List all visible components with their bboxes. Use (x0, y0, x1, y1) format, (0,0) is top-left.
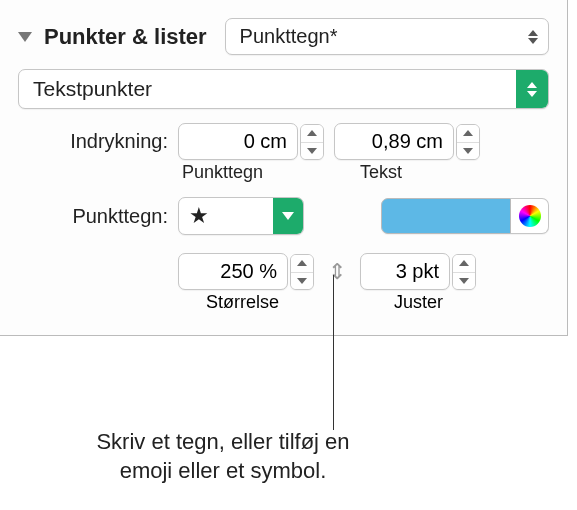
size-field[interactable]: 250 % (178, 253, 288, 290)
panel-title: Punkter & lister (44, 24, 207, 50)
indent-label: Indrykning: (18, 130, 168, 153)
stepper-down-icon[interactable] (457, 142, 479, 159)
vertical-align-icon: ⇕ (328, 259, 346, 285)
disclosure-triangle-icon[interactable] (18, 32, 32, 42)
size-group: 250 % (178, 253, 314, 290)
text-indent-group: 0,89 cm (334, 123, 480, 160)
list-style-popup[interactable]: Punkttegn* (225, 18, 549, 55)
bullet-glyph-icon: ★ (179, 199, 273, 233)
bullet-color-group (381, 198, 549, 234)
bullet-indent-field[interactable]: 0 cm (178, 123, 298, 160)
indent-captions-row: Punkttegn Tekst (18, 162, 549, 183)
align-stepper[interactable] (452, 254, 476, 290)
size-align-row: 250 % ⇕ 3 pkt (18, 253, 549, 290)
color-picker-button[interactable] (511, 198, 549, 234)
bullet-character-popup[interactable]: ★ (178, 197, 304, 235)
bullet-character-row: Punkttegn: ★ (18, 197, 549, 235)
size-caption: Størrelse (178, 292, 338, 313)
color-wheel-icon (519, 205, 541, 227)
bullet-type-popup-label: Tekstpunkter (19, 70, 516, 108)
align-field[interactable]: 3 pkt (360, 253, 450, 290)
bullet-indent-group: 0 cm (178, 123, 324, 160)
stepper-down-icon[interactable] (301, 142, 323, 159)
bullet-indent-caption: Punkttegn (178, 162, 336, 183)
updown-arrows-icon (516, 70, 548, 108)
stepper-down-icon[interactable] (291, 272, 313, 289)
text-indent-caption: Tekst (346, 162, 402, 183)
text-indent-field[interactable]: 0,89 cm (334, 123, 454, 160)
callout-leader-line (333, 275, 334, 430)
bullet-color-well[interactable] (381, 198, 511, 234)
bullets-lists-panel: Punkter & lister Punkttegn* Tekstpunkter… (0, 0, 568, 336)
chevron-down-icon (273, 198, 303, 234)
callout-text: Skriv et tegn, eller tilføj en emoji ell… (68, 428, 378, 485)
bullet-character-label: Punkttegn: (18, 205, 168, 228)
stepper-down-icon[interactable] (453, 272, 475, 289)
updown-arrows-icon (528, 30, 538, 44)
stepper-up-icon[interactable] (453, 255, 475, 272)
bullet-indent-stepper[interactable] (300, 124, 324, 160)
text-indent-stepper[interactable] (456, 124, 480, 160)
align-caption: Juster (348, 292, 443, 313)
indent-row: Indrykning: 0 cm 0,89 cm (18, 123, 549, 160)
bullet-type-row: Tekstpunkter (18, 69, 549, 109)
stepper-up-icon[interactable] (291, 255, 313, 272)
panel-header-row: Punkter & lister Punkttegn* (18, 18, 549, 55)
list-style-popup-label: Punkttegn* (240, 25, 338, 48)
stepper-up-icon[interactable] (457, 125, 479, 142)
size-align-captions-row: Størrelse Juster (18, 292, 549, 313)
bullet-type-popup[interactable]: Tekstpunkter (18, 69, 549, 109)
size-stepper[interactable] (290, 254, 314, 290)
stepper-up-icon[interactable] (301, 125, 323, 142)
align-group: 3 pkt (360, 253, 476, 290)
